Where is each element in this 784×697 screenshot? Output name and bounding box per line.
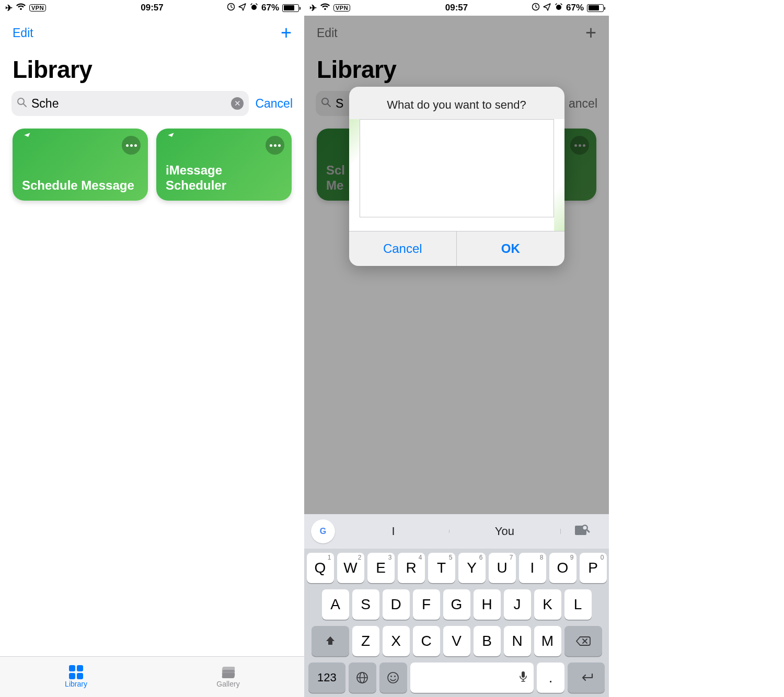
phone-right: ✈ VPN 09:57 67% Edit + Library ancel xyxy=(304,0,609,697)
tab-label: Library xyxy=(65,680,87,688)
key-l[interactable]: L xyxy=(564,589,592,620)
battery-icon xyxy=(282,4,299,12)
tab-bar: Library Gallery xyxy=(0,656,304,697)
keyboard-row-1: Q1W2E3R4T5Y6U7I8O9P0 xyxy=(306,553,607,583)
key-u[interactable]: U7 xyxy=(489,553,516,583)
svg-line-3 xyxy=(24,104,26,107)
key-a[interactable]: A xyxy=(322,589,349,620)
keyboard-row-2: ASDFGHJKL xyxy=(306,589,607,620)
key-b[interactable]: B xyxy=(474,626,501,656)
search-input[interactable] xyxy=(31,97,227,111)
page-title: Library xyxy=(0,44,304,91)
alarm-icon xyxy=(250,3,258,14)
search-box[interactable]: ✕ xyxy=(11,91,249,116)
google-icon[interactable]: G xyxy=(311,519,335,543)
key-r[interactable]: R4 xyxy=(398,553,425,583)
globe-key[interactable] xyxy=(349,663,376,693)
key-e[interactable]: E3 xyxy=(367,553,395,583)
card-title: iMessage Scheduler xyxy=(166,163,282,193)
emoji-key[interactable] xyxy=(379,663,407,693)
key-o[interactable]: O9 xyxy=(549,553,577,583)
shift-key[interactable] xyxy=(312,626,349,656)
key-d[interactable]: D xyxy=(383,589,410,620)
svg-point-1 xyxy=(251,5,257,10)
airplane-icon: ✈ xyxy=(309,3,317,14)
space-key[interactable] xyxy=(410,663,534,693)
shortcut-card-imessage-scheduler[interactable]: iMessage Scheduler xyxy=(156,129,292,201)
suggestion[interactable]: I xyxy=(338,525,449,538)
status-bar: ✈ VPN 09:57 67% xyxy=(304,0,609,16)
key-g[interactable]: G xyxy=(443,589,470,620)
airplane-icon: ✈ xyxy=(5,3,13,14)
rotation-lock-icon xyxy=(532,3,540,14)
add-button[interactable]: + xyxy=(281,22,292,44)
tab-gallery[interactable]: Gallery xyxy=(152,657,304,697)
edit-button[interactable]: Edit xyxy=(13,26,33,40)
tab-label: Gallery xyxy=(216,680,239,688)
key-k[interactable]: K xyxy=(534,589,561,620)
keyboard-row-bottom: 123 . xyxy=(306,663,607,697)
image-search-icon[interactable] xyxy=(560,524,605,539)
clear-icon[interactable]: ✕ xyxy=(231,97,244,110)
key-s[interactable]: S xyxy=(352,589,379,620)
more-button[interactable] xyxy=(266,136,284,155)
key-p[interactable]: P0 xyxy=(580,553,607,583)
svg-point-5 xyxy=(556,5,561,10)
svg-point-10 xyxy=(583,526,587,530)
location-icon xyxy=(543,3,551,14)
battery-pct: 67% xyxy=(261,3,279,13)
key-n[interactable]: N xyxy=(504,626,531,656)
keyboard-suggestions: G I You xyxy=(304,514,609,549)
numbers-key[interactable]: 123 xyxy=(308,663,345,693)
svg-rect-17 xyxy=(522,671,525,678)
tab-library[interactable]: Library xyxy=(0,657,152,697)
keyboard-row-3: ZXCVBNM xyxy=(306,626,607,656)
svg-point-15 xyxy=(391,676,393,677)
shortcut-card-schedule-message[interactable]: Schedule Message xyxy=(13,129,148,201)
key-c[interactable]: C xyxy=(413,626,440,656)
status-time: 09:57 xyxy=(445,3,468,13)
key-q[interactable]: Q1 xyxy=(307,553,334,583)
more-button[interactable] xyxy=(122,136,141,155)
library-grid-icon xyxy=(68,666,84,679)
key-j[interactable]: J xyxy=(504,589,531,620)
gallery-stack-icon xyxy=(221,666,236,679)
search-cancel-button[interactable]: Cancel xyxy=(255,97,293,111)
key-t[interactable]: T5 xyxy=(428,553,455,583)
phone-left: ✈ VPN 09:57 67% Edit + Library xyxy=(0,0,304,697)
rotation-lock-icon xyxy=(227,3,235,14)
battery-icon xyxy=(587,4,604,12)
search-row: ✕ Cancel xyxy=(0,91,304,121)
mic-icon[interactable] xyxy=(519,671,527,685)
key-y[interactable]: Y6 xyxy=(458,553,486,583)
suggestion[interactable]: You xyxy=(449,525,560,538)
alert-textarea[interactable] xyxy=(360,119,554,217)
return-key[interactable] xyxy=(568,663,605,693)
svg-point-14 xyxy=(388,672,398,683)
status-bar: ✈ VPN 09:57 67% xyxy=(0,0,304,16)
alert-ok-button[interactable]: OK xyxy=(456,231,564,266)
key-m[interactable]: M xyxy=(534,626,561,656)
key-x[interactable]: X xyxy=(383,626,410,656)
keyboard: G I You Q1W2E3R4T5Y6U7I8O9P0 ASDFGHJKL Z… xyxy=(304,514,609,697)
key-w[interactable]: W2 xyxy=(337,553,364,583)
key-v[interactable]: V xyxy=(443,626,470,656)
alert-title: What do you want to send? xyxy=(349,87,564,119)
backspace-key[interactable] xyxy=(564,626,602,656)
key-f[interactable]: F xyxy=(413,589,440,620)
search-icon xyxy=(17,97,27,110)
battery-pct: 67% xyxy=(566,3,584,13)
key-i[interactable]: I8 xyxy=(519,553,546,583)
status-time: 09:57 xyxy=(141,3,163,13)
location-icon xyxy=(238,3,247,14)
nav-bar: Edit + xyxy=(0,16,304,44)
period-key[interactable]: . xyxy=(537,663,564,693)
wifi-icon xyxy=(320,3,330,14)
key-z[interactable]: Z xyxy=(352,626,379,656)
key-h[interactable]: H xyxy=(474,589,501,620)
card-title: Schedule Message xyxy=(22,178,139,193)
svg-point-2 xyxy=(18,98,24,104)
alarm-icon xyxy=(555,3,563,14)
vpn-badge: VPN xyxy=(29,4,46,11)
alert-cancel-button[interactable]: Cancel xyxy=(349,231,457,266)
